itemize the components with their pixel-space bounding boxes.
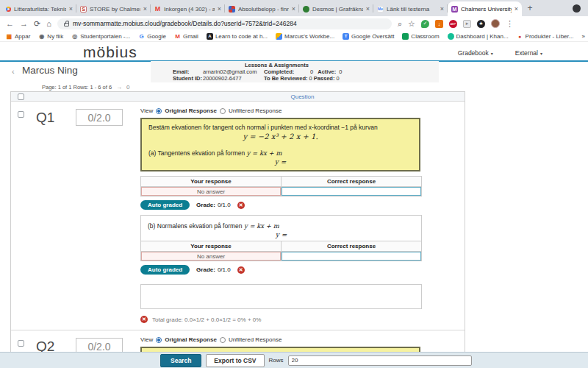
- auto-graded-badge: Auto graded: [140, 200, 190, 210]
- view-mode-row: View Original Response Unfiltered Respon…: [140, 336, 422, 343]
- external-menu[interactable]: External ▾: [515, 49, 542, 57]
- close-icon[interactable]: ×: [292, 5, 295, 13]
- unfiltered-response-radio[interactable]: [220, 337, 226, 343]
- portal-icon: [71, 33, 78, 40]
- close-icon[interactable]: ×: [440, 5, 444, 13]
- correct-response-header: Correct response: [282, 177, 422, 187]
- question-id: Q2: [30, 336, 68, 352]
- search-button[interactable]: Search: [160, 354, 201, 367]
- bookmark-studentportalen[interactable]: Studentportalen -...: [71, 33, 130, 40]
- browser-profile-icon[interactable]: [573, 4, 581, 13]
- score-input[interactable]: 0/2.0: [76, 109, 123, 126]
- grade-label: Grade:: [196, 202, 215, 208]
- bookmark-marcus-workbench[interactable]: Marcus's Workbe...: [276, 33, 334, 40]
- rows-input[interactable]: [288, 355, 472, 366]
- table-header-row: Question: [11, 92, 465, 102]
- tab-inkorgen-gmail[interactable]: Inkorgen (4 302) - ar ×: [151, 1, 225, 16]
- auto-graded-badge: Auto graded: [140, 265, 190, 275]
- bookmark-appar[interactable]: Appar: [6, 33, 30, 40]
- grade-row-a: Auto graded Grade: 0/1.0 ✕: [140, 200, 422, 210]
- bookmark-classroom[interactable]: Classroom: [402, 33, 439, 40]
- score-input[interactable]: 0/2.0: [76, 338, 123, 352]
- select-all-checkbox[interactable]: [18, 93, 24, 100]
- grade-row-b: Auto graded Grade: 0/1.0 ✕: [140, 265, 422, 275]
- rows-label: Rows: [269, 357, 284, 364]
- tab-litteraturlista[interactable]: Litteraturlista: Teknis ×: [2, 1, 76, 16]
- chevron-down-icon: ▾: [540, 51, 542, 56]
- active-value: 0: [339, 68, 342, 75]
- back-chevron-icon[interactable]: ‹: [12, 67, 15, 76]
- tab-desmos[interactable]: Desmos | Grafräknare ×: [299, 1, 373, 16]
- forward-icon[interactable]: →: [20, 20, 28, 28]
- profile-avatar[interactable]: [491, 19, 500, 28]
- pagination-bar: Page: 1 of 1 Rows: 1 - 6 of 6 → 0: [42, 84, 130, 91]
- bookmark-learn-to-code[interactable]: Learn to code at h...: [207, 33, 268, 40]
- grade-value: 0/1.0: [218, 266, 231, 273]
- chevron-down-icon: ▾: [491, 51, 493, 56]
- feedback-box[interactable]: [140, 284, 422, 309]
- part-a-answer-prefix: y =: [148, 158, 412, 166]
- page-extension-icon[interactable]: [463, 20, 471, 28]
- original-response-radio[interactable]: [156, 108, 162, 114]
- bookmark-gmail[interactable]: Gmail: [174, 33, 198, 40]
- back-icon[interactable]: ←: [6, 20, 14, 28]
- extension-icon[interactable]: [477, 20, 485, 28]
- liber-icon: [517, 33, 523, 40]
- khan-academy-icon: [448, 33, 454, 40]
- close-icon[interactable]: ×: [69, 5, 73, 13]
- bookmark-ny-flik[interactable]: Ny flik: [38, 33, 63, 40]
- close-icon[interactable]: ×: [143, 5, 147, 13]
- question-column-header[interactable]: Question: [30, 93, 465, 100]
- tab-lank-till-testerna[interactable]: Länk till testerna ×: [373, 1, 448, 16]
- unfiltered-response-radio[interactable]: [220, 108, 226, 114]
- passed-label: Passed:: [314, 75, 335, 82]
- address-bar[interactable]: mv-sommarmatte.mobius.cloud/gradebook/De…: [57, 18, 392, 29]
- zoom-icon[interactable]: ⌕: [398, 20, 402, 28]
- close-icon[interactable]: ×: [218, 5, 221, 13]
- download-extension-icon[interactable]: [435, 20, 443, 28]
- bookmark-star-icon[interactable]: ☆: [408, 20, 415, 28]
- bookmarks-overflow-button[interactable]: »: [581, 33, 584, 40]
- code-site-icon: [207, 33, 213, 40]
- your-response-header: Your response: [141, 177, 282, 187]
- home-icon[interactable]: ⌂: [46, 20, 51, 28]
- bookmark-produkter-liber[interactable]: Produkter - Liber...: [517, 33, 574, 40]
- close-icon[interactable]: ×: [514, 5, 518, 13]
- prompt-text: Bestäm ekvationen för tangent och normal…: [148, 124, 412, 131]
- close-icon[interactable]: ×: [366, 5, 370, 13]
- original-response-radio[interactable]: [156, 337, 162, 343]
- bookmark-google-oversatt[interactable]: Google Översätt: [343, 33, 394, 40]
- tab-store-chalmers[interactable]: STORE by Chalmers S ×: [76, 1, 151, 16]
- menu-dots-icon[interactable]: ⋮: [506, 20, 514, 28]
- bookmark-google[interactable]: Google: [138, 33, 166, 40]
- active-label: Active:: [318, 68, 336, 75]
- next-page-icon[interactable]: →: [116, 84, 122, 91]
- prompt-equation: y = −2 x³ + 2 x + 1.: [148, 132, 412, 141]
- email-label: Email:: [173, 68, 203, 75]
- tab-chalmers-mobius-active[interactable]: Chalmers University o ×: [448, 1, 522, 16]
- bookmark-khan-dashboard[interactable]: Dashboard | Khan...: [448, 33, 509, 40]
- grade-value: 0/1.0: [218, 202, 231, 208]
- store-favicon-icon: [80, 6, 87, 13]
- gmail-icon: [174, 33, 181, 40]
- lock-icon: [64, 23, 69, 26]
- table-row-q2: Q2 0/2.0 View Original Response Unfilter…: [11, 330, 465, 352]
- your-response-cell: No answer: [141, 252, 282, 261]
- to-be-reviewed-value: 0: [309, 75, 312, 82]
- google-icon: [138, 33, 145, 40]
- adguard-extension-icon[interactable]: [421, 20, 429, 28]
- lessons-assignments-header: Lessons & Assignments: [245, 62, 309, 68]
- reload-icon[interactable]: ⟳: [34, 20, 40, 28]
- tab-absolutbelopp[interactable]: Absolutbelopp - finn ×: [225, 1, 299, 16]
- adblock-extension-icon[interactable]: [449, 20, 457, 28]
- gradebook-menu[interactable]: Gradebook ▾: [458, 49, 493, 57]
- tab-label: Absolutbelopp - finn: [238, 6, 289, 13]
- row-checkbox[interactable]: [18, 340, 24, 347]
- row-checkbox[interactable]: [18, 111, 24, 118]
- url-text: mv-sommarmatte.mobius.cloud/gradebook/De…: [73, 20, 297, 27]
- export-to-csv-button[interactable]: Export to CSV: [206, 354, 264, 367]
- table-row-q1: Q1 0/2.0 View Original Response Unfilter…: [11, 102, 465, 330]
- new-tab-button[interactable]: +: [523, 3, 537, 13]
- tab-label: Chalmers University o: [461, 6, 512, 13]
- question-prompt-box: Bestäm ekvationen för tangent och normal…: [140, 118, 420, 171]
